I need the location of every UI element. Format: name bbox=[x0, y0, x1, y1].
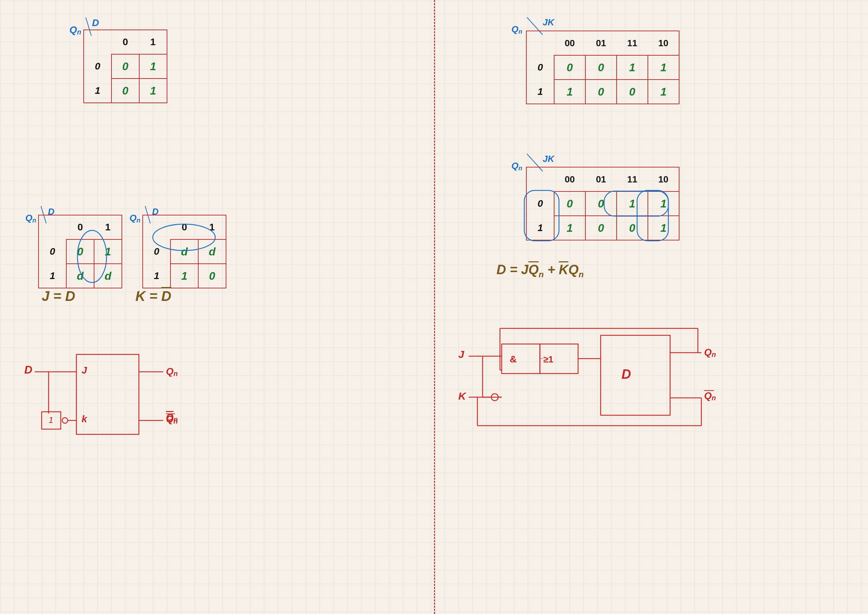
label-k-equals-dbar: K = D bbox=[135, 288, 171, 304]
svg-text:≥1: ≥1 bbox=[543, 354, 553, 365]
svg-text:Qn: Qn bbox=[70, 24, 81, 36]
svg-text:Qn: Qn bbox=[130, 213, 140, 224]
svg-text:Qn: Qn bbox=[512, 24, 522, 35]
svg-rect-50 bbox=[601, 335, 670, 415]
right-mid-corner: JK Qn bbox=[510, 152, 621, 168]
svg-text:D: D bbox=[24, 364, 32, 376]
table-djk: 00 01 11 10 0 0 0 1 1 1 1 0 0 1 bbox=[526, 31, 679, 104]
svg-rect-42 bbox=[502, 344, 540, 373]
table-jkd: 0 1 0 0 1 1 0 1 bbox=[83, 30, 167, 103]
svg-text:Qn: Qn bbox=[704, 347, 716, 358]
svg-text:1: 1 bbox=[49, 415, 53, 424]
circuit-right: J K & ≥1 D Qn Qn bbox=[451, 311, 764, 460]
svg-text:k: k bbox=[82, 413, 87, 424]
circuit-left: D 1 J k Qn Qn Qn bbox=[14, 323, 222, 462]
jkd-corner-arrow: D Qn bbox=[68, 16, 172, 30]
svg-text:&: & bbox=[510, 354, 517, 365]
svg-text:D: D bbox=[622, 367, 631, 382]
formula-d: D = JQn + KQn bbox=[496, 262, 584, 279]
svg-text:D: D bbox=[92, 17, 99, 28]
djk-corner-header: JK Qn bbox=[510, 16, 621, 31]
svg-text:Qn: Qn bbox=[704, 390, 716, 402]
label-j-equals-d: J = D bbox=[42, 288, 75, 304]
svg-text:JK: JK bbox=[542, 17, 555, 28]
svg-text:J: J bbox=[458, 348, 465, 360]
table-right-mid: 00 01 11 10 0 0 0 1 1 1 1 0 0 1 bbox=[526, 167, 679, 241]
svg-text:Qn: Qn bbox=[512, 160, 522, 172]
vertical-divider bbox=[434, 0, 435, 614]
table-k: 0 1 0 d d 1 1 0 bbox=[143, 215, 226, 288]
svg-text:J: J bbox=[82, 365, 87, 376]
svg-text:JK: JK bbox=[542, 154, 555, 164]
svg-text:Qn: Qn bbox=[166, 366, 178, 377]
svg-text:Qn: Qn bbox=[166, 413, 178, 425]
svg-point-15 bbox=[62, 418, 68, 423]
table-j: 0 1 0 0 1 1 d d bbox=[38, 215, 122, 288]
svg-text:Qn: Qn bbox=[25, 213, 36, 224]
svg-text:K: K bbox=[458, 390, 467, 402]
